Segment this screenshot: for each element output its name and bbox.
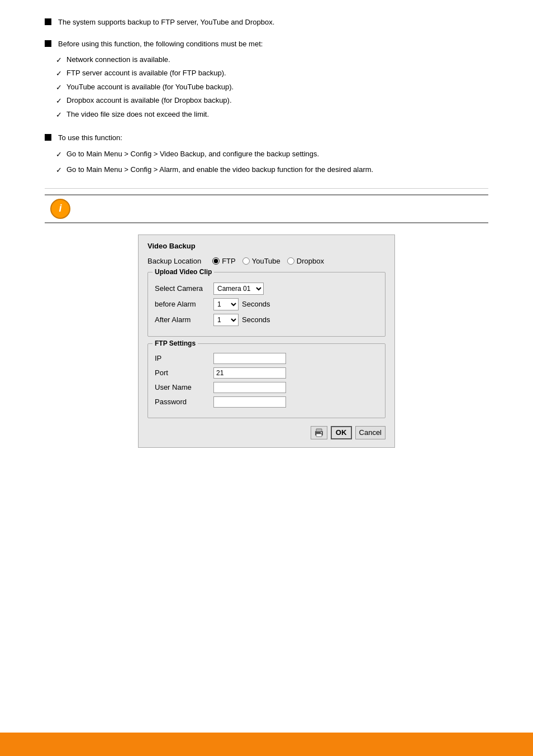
list-item: ✓ The video file size does not exceed th…: [56, 109, 234, 121]
ftp-username-label: User Name: [155, 383, 213, 391]
check-icon: ✓: [56, 95, 62, 107]
ftp-ip-label: IP: [155, 354, 213, 362]
after-alarm-row: After Alarm 1 2 3 5 Seconds: [155, 314, 378, 326]
dialog-title: Video Backup: [147, 242, 386, 250]
svg-rect-3: [321, 432, 322, 433]
after-alarm-select[interactable]: 1 2 3 5: [213, 314, 239, 326]
bullet-text-3: To use this function:: [58, 132, 122, 143]
ftp-port-label: Port: [155, 369, 213, 377]
dialog-container: Video Backup Backup Location FTP YouTube: [45, 235, 488, 448]
before-alarm-label: before Alarm: [155, 300, 213, 308]
ftp-port-input[interactable]: [213, 367, 286, 379]
upload-section-legend: Upload Video Clip: [153, 268, 214, 276]
radio-youtube[interactable]: YouTube: [242, 257, 280, 265]
list-item: ✓ Network connection is available.: [56, 54, 234, 66]
bullet-square-2: [45, 40, 51, 47]
ftp-ip-row: IP: [155, 353, 378, 364]
backup-location-row: Backup Location FTP YouTube Dropbox: [147, 257, 386, 265]
check-icon: ✓: [56, 149, 62, 160]
ftp-password-row: Password: [155, 396, 378, 408]
upload-video-clip-section: Upload Video Clip Select Camera Camera 0…: [147, 272, 386, 337]
radio-youtube-label: YouTube: [252, 257, 280, 265]
check-icon: ✓: [56, 82, 62, 93]
radio-dropbox-input[interactable]: [287, 257, 294, 265]
radio-dropbox[interactable]: Dropbox: [287, 257, 324, 265]
list-item: ✓ YouTube account is available (for YouT…: [56, 82, 234, 93]
check-icon: ✓: [56, 68, 62, 79]
ftp-password-input[interactable]: [213, 396, 286, 408]
orange-footer: [0, 733, 533, 756]
dialog-buttons: OK Cancel: [147, 426, 386, 439]
ftp-ip-input[interactable]: [213, 353, 286, 364]
bullet-section-2: Before using this function, the followin…: [45, 39, 488, 123]
after-alarm-label: After Alarm: [155, 315, 213, 324]
note-icon: i: [50, 199, 70, 219]
list-item: ✓ Dropbox account is available (for Drop…: [56, 95, 234, 107]
bullet-text-2: Before using this function, the followin…: [58, 39, 263, 50]
main-content: The system supports backup to FTP server…: [0, 0, 533, 459]
camera-select[interactable]: Camera 01 Camera 02 Camera 03 Camera 04: [213, 283, 264, 295]
bullet-text-1: The system supports backup to FTP server…: [58, 17, 488, 28]
ftp-section-legend: FTP Settings: [153, 339, 198, 347]
ftp-port-row: Port: [155, 367, 378, 379]
svg-rect-1: [316, 429, 322, 432]
backup-location-radio-group: FTP YouTube Dropbox: [212, 257, 324, 265]
divider: [45, 188, 488, 189]
after-alarm-seconds-label: Seconds: [242, 315, 270, 324]
radio-dropbox-label: Dropbox: [297, 257, 324, 265]
note-bar: i: [45, 194, 488, 223]
select-camera-row: Select Camera Camera 01 Camera 02 Camera…: [155, 283, 378, 295]
radio-ftp-input[interactable]: [212, 257, 220, 265]
list-item: ✓ Go to Main Menu > Config > Video Backu…: [56, 149, 373, 160]
before-alarm-select[interactable]: 1 2 3 5: [213, 298, 239, 310]
ok-button[interactable]: OK: [331, 426, 352, 439]
cancel-button[interactable]: Cancel: [355, 426, 386, 439]
bullet-section-3: To use this function: ✓ Go to Main Menu …: [45, 132, 488, 178]
list-item: ✓ Go to Main Menu > Config > Alarm, and …: [56, 164, 373, 176]
ftp-settings-section: FTP Settings IP Port User Name: [147, 343, 386, 418]
printer-icon: [314, 428, 324, 437]
check-list-3: ✓ Go to Main Menu > Config > Video Backu…: [56, 149, 373, 178]
ftp-username-input[interactable]: [213, 382, 286, 393]
select-camera-label: Select Camera: [155, 284, 213, 293]
check-icon: ✓: [56, 165, 62, 176]
svg-rect-2: [316, 434, 322, 437]
dialog-box: Video Backup Backup Location FTP YouTube: [138, 235, 395, 448]
ftp-password-label: Password: [155, 398, 213, 406]
check-list-2: ✓ Network connection is available. ✓ FTP…: [56, 54, 234, 123]
radio-youtube-input[interactable]: [242, 257, 250, 265]
check-icon: ✓: [56, 109, 62, 121]
list-item: ✓ FTP server account is available (for F…: [56, 68, 234, 79]
check-icon: ✓: [56, 55, 62, 66]
radio-ftp-label: FTP: [222, 257, 236, 265]
ftp-username-row: User Name: [155, 382, 378, 393]
bullet-square-1: [45, 18, 51, 25]
radio-ftp[interactable]: FTP: [212, 257, 236, 265]
before-alarm-seconds-label: Seconds: [242, 300, 270, 308]
bullet-section-1: The system supports backup to FTP server…: [45, 17, 488, 28]
bullet-square-3: [45, 134, 51, 141]
backup-location-label: Backup Location: [147, 257, 201, 265]
printer-button[interactable]: [311, 426, 327, 439]
before-alarm-row: before Alarm 1 2 3 5 Seconds: [155, 298, 378, 310]
